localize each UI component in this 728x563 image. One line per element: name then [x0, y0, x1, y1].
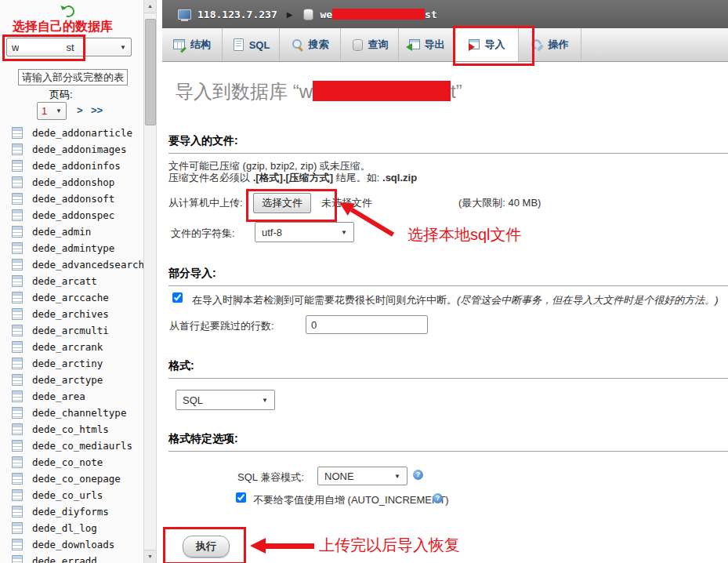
tab-icon — [407, 38, 420, 51]
table-row[interactable]: dede_addonsoft — [0, 191, 143, 207]
table-icon — [12, 325, 23, 336]
tab-icon — [292, 38, 304, 51]
scroll-down-icon[interactable]: ▼ — [144, 550, 156, 563]
table-icon — [12, 555, 23, 563]
table-row[interactable]: dede_admintype — [0, 240, 143, 256]
tab-structure[interactable]: 结构 — [162, 28, 223, 61]
table-row[interactable]: dede_co_onepage — [0, 470, 143, 487]
arrow-head — [250, 538, 266, 554]
table-row[interactable]: dede_arctype — [0, 372, 143, 388]
table-name: dede_arccache — [32, 292, 109, 303]
table-row[interactable]: dede_admin — [0, 223, 143, 240]
table-row[interactable]: dede_channeltype — [0, 405, 143, 421]
scroll-up-icon[interactable]: ▲ — [144, 0, 156, 13]
file-help-line2: 压缩文件名必须以 .[格式].[压缩方式] 结尾。如: .sql.zip — [168, 172, 417, 183]
table-name: dede_co_mediaurls — [32, 440, 132, 452]
table-row[interactable]: dede_addonimages — [0, 141, 143, 158]
table-row[interactable]: dede_addonarticle — [0, 125, 143, 141]
table-icon — [12, 440, 23, 452]
skip-lines-input[interactable] — [306, 315, 428, 334]
skip-lines-label: 从首行起要跳过的行数: — [169, 319, 274, 333]
help-icon[interactable]: ? — [413, 470, 423, 480]
table-row[interactable]: dede_diyforms — [0, 503, 143, 520]
table-icon — [12, 407, 23, 419]
tab-search[interactable]: 搜索 — [280, 28, 341, 61]
annotation-redbox-choose-file — [246, 189, 337, 222]
table-name: dede_co_urls — [32, 489, 103, 501]
table-row[interactable]: dede_advancedsearch — [0, 256, 143, 273]
table-row[interactable]: dede_archives — [0, 306, 143, 322]
page-select-value: 1 — [42, 105, 47, 117]
chevron-down-icon: ▼ — [262, 397, 268, 404]
table-row[interactable]: dede_co_mediaurls — [0, 438, 143, 454]
table-name: dede_area — [32, 390, 85, 402]
table-row[interactable]: dede_dl_log — [0, 520, 143, 536]
tab-label: 查询 — [368, 38, 389, 52]
help-icon[interactable]: ? — [433, 493, 443, 503]
table-row[interactable]: dede_co_note — [0, 454, 143, 470]
table-name: dede_arcatt — [32, 275, 97, 287]
breadcrumb-arrow-icon: ▶ — [287, 10, 293, 19]
table-row[interactable]: dede_erradd — [0, 553, 143, 563]
sql-compat-select[interactable]: NONE ▼ — [317, 467, 407, 485]
table-row[interactable]: dede_arcmulti — [0, 322, 143, 339]
table-row[interactable]: dede_area — [0, 388, 143, 405]
breadcrumb-server[interactable]: 118.123.7.237 — [197, 9, 277, 20]
breadcrumb-database[interactable]: west — [320, 9, 436, 20]
allow-interrupt-text: 在导入时脚本若检测到可能需要花费很长时间则允许中断。(尽管这会中断事务，但在导入… — [192, 293, 728, 307]
upload-label: 从计算机中上传: — [168, 196, 243, 210]
file-help-line1: 文件可能已压缩 (gzip, bzip2, zip) 或未压缩。 — [168, 160, 371, 172]
page-number-label: 页码: — [49, 88, 73, 102]
table-row[interactable]: dede_addonspec — [0, 207, 143, 223]
table-icon — [12, 522, 23, 534]
table-row[interactable]: dede_co_urls — [0, 487, 143, 503]
table-row[interactable]: dede_arcrank — [0, 339, 143, 355]
table-icon — [12, 456, 23, 468]
table-name: dede_admintype — [32, 242, 114, 254]
annotation-choose-db: 选择自己的数据库 — [13, 19, 113, 35]
table-name: dede_arcmulti — [32, 325, 109, 336]
table-row[interactable]: dede_downloads — [0, 536, 143, 553]
annotation-redbox-execute — [163, 527, 246, 563]
format-select[interactable]: SQL ▼ — [176, 390, 275, 410]
next-page-link[interactable]: > — [77, 104, 83, 116]
last-page-link[interactable]: >> — [91, 104, 103, 116]
section-legend-partial-import: 部分导入: — [168, 267, 728, 286]
table-name: dede_addoninfos — [32, 160, 121, 172]
table-row[interactable]: dede_arccache — [0, 289, 143, 306]
tab-sql[interactable]: SQL — [223, 28, 280, 61]
tab-label: 搜索 — [309, 38, 329, 52]
sql-compat-value: NONE — [324, 470, 354, 482]
server-icon — [178, 9, 191, 20]
main-panel: 118.123.7.237 ▶ west 结构 SQL 搜索 — [157, 0, 728, 563]
annotation-import-after-upload: 上传完以后导入恢复 — [319, 535, 460, 556]
phpmyadmin-window: 选择自己的数据库 w st ▼ 页码: 1 ▼ > >> dede_addona… — [0, 0, 728, 563]
table-filter-input[interactable] — [18, 69, 128, 85]
allow-interrupt-note: (尽管这会中断事务，但在导入大文件时是个很好的方法。) — [457, 294, 719, 306]
breadcrumb-db-suffix: st — [425, 9, 437, 20]
table-row[interactable]: dede_addoninfos — [0, 158, 143, 174]
no-auto-increment-checkbox[interactable] — [236, 492, 246, 503]
tab-export[interactable]: 导出 — [399, 28, 454, 61]
table-icon — [12, 193, 23, 205]
table-name: dede_addonarticle — [32, 127, 132, 139]
table-icon — [12, 242, 23, 254]
tab-query[interactable]: 查询 — [341, 28, 399, 61]
allow-interrupt-checkbox[interactable] — [172, 292, 183, 303]
breadcrumb: 118.123.7.237 ▶ west — [162, 0, 728, 28]
redaction-block — [313, 81, 451, 101]
table-name: dede_archives — [32, 308, 109, 320]
page-select[interactable]: 1 ▼ — [37, 102, 67, 120]
scrollbar-thumb[interactable] — [145, 19, 156, 125]
refresh-icon[interactable] — [61, 4, 76, 19]
table-icon — [12, 489, 23, 501]
table-row[interactable]: dede_arcatt — [0, 273, 143, 289]
charset-label: 文件的字符集: — [171, 227, 235, 241]
table-name: dede_channeltype — [32, 407, 126, 419]
table-icon — [12, 506, 23, 518]
table-row[interactable]: dede_co_htmls — [0, 421, 143, 438]
charset-select[interactable]: utf-8 ▼ — [255, 222, 354, 242]
table-row[interactable]: dede_arctiny — [0, 355, 143, 372]
sidebar-scrollbar[interactable]: ▲ ▼ — [143, 0, 157, 563]
table-row[interactable]: dede_addonshop — [0, 174, 143, 191]
